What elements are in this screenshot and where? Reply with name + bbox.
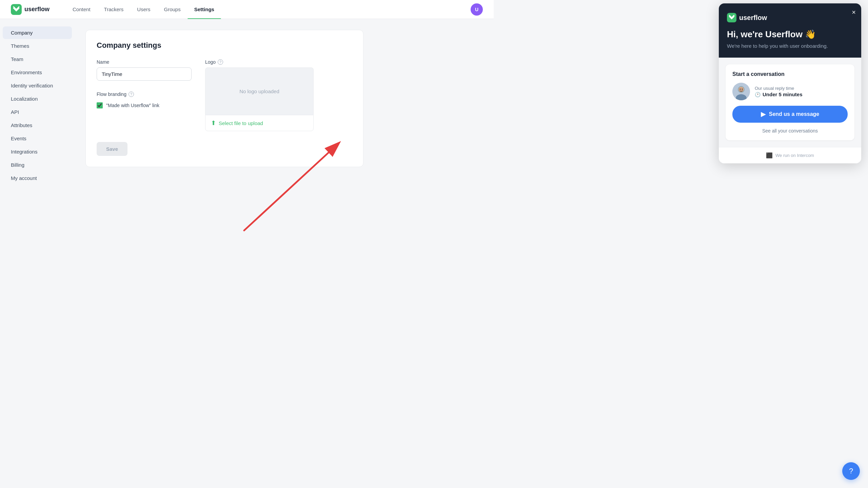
logo-field-group: Logo ? No logo uploaded ⬆ Select file to…	[205, 59, 314, 131]
sidebar-item-events[interactable]: Events	[3, 132, 72, 145]
nav-links: Content Trackers Users Groups Settings	[66, 0, 471, 19]
upload-icon: ⬆	[211, 119, 216, 127]
logo-no-upload-text: No logo uploaded	[239, 88, 279, 94]
settings-panel: Company settings Name Flow branding ?	[85, 30, 363, 167]
logo-help-icon[interactable]: ?	[218, 59, 223, 65]
layout: Company Themes Team Environments Identit…	[0, 19, 494, 488]
flow-branding-group: Flow branding ? "Made with Userflow" lin…	[97, 92, 192, 108]
topnav-right: U	[471, 3, 483, 16]
save-button[interactable]: Save	[97, 142, 127, 156]
flow-branding-checkbox-group: "Made with Userflow" link	[97, 102, 192, 108]
logo-preview: No logo uploaded	[205, 67, 314, 115]
flow-branding-checkbox-label: "Made with Userflow" link	[106, 103, 159, 108]
flow-branding-checkbox[interactable]	[97, 102, 103, 108]
sidebar-item-themes[interactable]: Themes	[3, 40, 72, 52]
flow-branding-help-icon[interactable]: ?	[129, 92, 134, 97]
nav-groups[interactable]: Groups	[157, 0, 188, 19]
sidebar-item-identity-verification[interactable]: Identity verification	[3, 79, 72, 92]
userflow-logo-icon	[11, 4, 22, 15]
sidebar-item-environments[interactable]: Environments	[3, 66, 72, 79]
sidebar-item-team[interactable]: Team	[3, 53, 72, 65]
nav-settings[interactable]: Settings	[188, 0, 221, 19]
user-avatar[interactable]: U	[471, 3, 483, 16]
nav-users[interactable]: Users	[130, 0, 157, 19]
sidebar-item-my-account[interactable]: My account	[3, 172, 72, 184]
name-field-group: Name Flow branding ? "Made with Userflow…	[97, 59, 192, 108]
sidebar: Company Themes Team Environments Identit…	[0, 19, 75, 488]
logo-label: Logo ?	[205, 59, 314, 65]
sidebar-item-api[interactable]: API	[3, 106, 72, 118]
sidebar-item-integrations[interactable]: Integrations	[3, 145, 72, 158]
nav-trackers[interactable]: Trackers	[97, 0, 131, 19]
logo-upload-area: No logo uploaded ⬆ Select file to upload	[205, 67, 314, 131]
select-file-button[interactable]: ⬆ Select file to upload	[205, 115, 314, 131]
flow-branding-label: Flow branding ?	[97, 92, 192, 97]
settings-title: Company settings	[97, 41, 352, 50]
sidebar-item-attributes[interactable]: Attributes	[3, 119, 72, 131]
logo-text: userflow	[24, 6, 50, 13]
sidebar-item-localization[interactable]: Localization	[3, 93, 72, 105]
nav-content[interactable]: Content	[66, 0, 97, 19]
name-label: Name	[97, 59, 192, 65]
name-input[interactable]	[97, 67, 192, 81]
main-content: Company settings Name Flow branding ?	[75, 19, 494, 488]
topnav: userflow Content Trackers Users Groups S…	[0, 0, 494, 19]
settings-fields: Name Flow branding ? "Made with Userflow…	[97, 59, 352, 131]
sidebar-item-billing[interactable]: Billing	[3, 159, 72, 171]
logo[interactable]: userflow	[11, 4, 50, 15]
sidebar-item-company[interactable]: Company	[3, 26, 72, 39]
